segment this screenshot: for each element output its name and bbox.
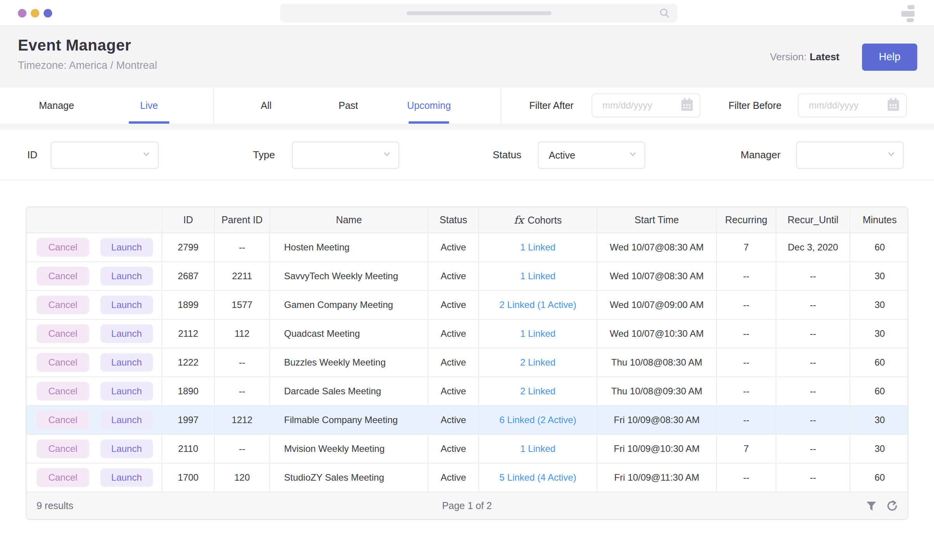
events-table: ID Parent ID Name Status fxCohorts Start…: [26, 206, 908, 520]
actions-cell: Cancel Launch: [26, 377, 162, 406]
launch-button[interactable]: Launch: [100, 324, 153, 343]
chevron-down-icon: [887, 152, 895, 159]
cancel-button[interactable]: Cancel: [37, 296, 89, 314]
cancel-button[interactable]: Cancel: [37, 238, 89, 257]
name-cell: Filmable Company Meeting: [270, 406, 428, 435]
name-cell: Mvision Weekly Meeting: [270, 435, 428, 464]
cohorts-link[interactable]: 5 Linked (4 Active): [499, 472, 576, 483]
id-cell: 1700: [162, 464, 215, 492]
launch-button[interactable]: Launch: [100, 411, 153, 429]
filter-before-input[interactable]: [798, 93, 907, 117]
col-name: Name: [270, 207, 428, 233]
cancel-button[interactable]: Cancel: [37, 411, 89, 429]
col-minutes: Minutes: [850, 207, 908, 233]
refresh-icon[interactable]: [887, 500, 898, 511]
name-cell: Buzzles Weekly Meeting: [270, 348, 428, 377]
id-cell: 1222: [162, 348, 215, 377]
table-row: Cancel Launch 1700 120 StudioZY Sales Me…: [26, 464, 908, 492]
tab-manage[interactable]: Manage: [39, 88, 74, 124]
col-start-time: Start Time: [597, 207, 717, 233]
cohorts-cell: 2 Linked: [479, 348, 597, 377]
status-cell: Active: [428, 233, 479, 262]
launch-button[interactable]: Launch: [100, 468, 153, 487]
cohorts-link[interactable]: 6 Linked (2 Active): [499, 415, 576, 425]
col-status: Status: [428, 207, 479, 233]
id-cell: 2112: [162, 320, 215, 348]
cohorts-cell: 6 Linked (2 Active): [479, 406, 597, 435]
minutes-cell: 60: [850, 464, 908, 492]
start-time-cell: Fri 10/09@10:30 AM: [597, 435, 717, 464]
filter-after-label: Filter After: [529, 88, 574, 124]
cohorts-link[interactable]: 1 Linked: [520, 443, 556, 454]
actions-cell: Cancel Launch: [26, 320, 162, 348]
launch-button[interactable]: Launch: [100, 296, 153, 314]
launch-button[interactable]: Launch: [100, 439, 153, 458]
start-time-cell: Thu 10/08@09:30 AM: [597, 377, 717, 406]
launch-button[interactable]: Launch: [100, 353, 153, 372]
status-filter-label: Status: [493, 130, 521, 180]
status-cell: Active: [428, 464, 479, 492]
id-cell: 2799: [162, 233, 215, 262]
id-filter-select[interactable]: [51, 142, 159, 169]
start-time-cell: Fri 10/09@08:30 AM: [597, 406, 717, 435]
calendar-icon[interactable]: [680, 98, 693, 113]
cohorts-link[interactable]: 2 Linked: [520, 386, 556, 396]
col-recurring: Recurring: [717, 207, 776, 233]
col-id: ID: [162, 207, 215, 233]
browser-menu-icon[interactable]: [901, 5, 915, 22]
cohorts-link[interactable]: 2 Linked (1 Active): [499, 299, 576, 310]
cohorts-link[interactable]: 2 Linked: [520, 357, 556, 368]
cohorts-link[interactable]: 1 Linked: [520, 328, 556, 339]
cancel-button[interactable]: Cancel: [37, 324, 89, 343]
recur-until-cell: --: [776, 291, 850, 320]
chevron-down-icon: [142, 152, 150, 159]
tab-past[interactable]: Past: [339, 88, 358, 124]
filter-before-label: Filter Before: [729, 88, 781, 124]
filter-after-input[interactable]: [592, 93, 700, 117]
window-controls: [18, 9, 52, 18]
recur-until-cell: --: [776, 464, 850, 492]
window-dot-minimize[interactable]: [31, 9, 39, 18]
cancel-button[interactable]: Cancel: [37, 439, 89, 458]
status-cell: Active: [428, 320, 479, 348]
recur-until-cell: Dec 3, 2020: [776, 233, 850, 262]
cohorts-cell: 5 Linked (4 Active): [479, 464, 597, 492]
tab-live[interactable]: Live: [140, 88, 158, 124]
filter-funnel-icon[interactable]: [866, 501, 876, 511]
cancel-button[interactable]: Cancel: [37, 267, 89, 285]
cancel-button[interactable]: Cancel: [37, 353, 89, 372]
window-dot-close[interactable]: [18, 9, 26, 18]
recur-until-cell: --: [776, 262, 850, 291]
section-divider-strip: [0, 124, 934, 130]
type-filter-select[interactable]: [292, 142, 399, 169]
filter-before-field[interactable]: [809, 100, 887, 111]
window-dot-maximize[interactable]: [44, 9, 52, 18]
launch-button[interactable]: Launch: [100, 238, 153, 257]
launch-button[interactable]: Launch: [100, 382, 153, 401]
status-filter-select[interactable]: Active: [538, 142, 645, 169]
help-button[interactable]: Help: [862, 44, 917, 71]
filter-after-field[interactable]: [602, 100, 680, 111]
recurring-cell: --: [717, 262, 776, 291]
cohorts-link[interactable]: 1 Linked: [520, 271, 556, 281]
id-cell: 1899: [162, 291, 215, 320]
cancel-button[interactable]: Cancel: [37, 382, 89, 401]
launch-button[interactable]: Launch: [100, 267, 153, 285]
actions-cell: Cancel Launch: [26, 233, 162, 262]
cohorts-link[interactable]: 1 Linked: [520, 242, 556, 252]
minutes-cell: 60: [850, 348, 908, 377]
parent-id-cell: 1212: [215, 406, 270, 435]
cancel-button[interactable]: Cancel: [37, 468, 89, 487]
manager-filter-label: Manager: [741, 130, 781, 180]
browser-address-bar[interactable]: [280, 4, 677, 23]
calendar-icon[interactable]: [887, 98, 900, 113]
table-body: Cancel Launch 2799 -- Hosten Meeting Act…: [26, 233, 908, 492]
name-cell: SavvyTech Weekly Meeting: [270, 262, 428, 291]
status-cell: Active: [428, 377, 479, 406]
manager-filter-select[interactable]: [796, 142, 904, 169]
search-icon[interactable]: [659, 8, 670, 20]
tab-upcoming[interactable]: Upcoming: [407, 88, 451, 124]
parent-id-cell: --: [215, 348, 270, 377]
tab-all[interactable]: All: [261, 88, 272, 124]
recurring-cell: --: [717, 377, 776, 406]
